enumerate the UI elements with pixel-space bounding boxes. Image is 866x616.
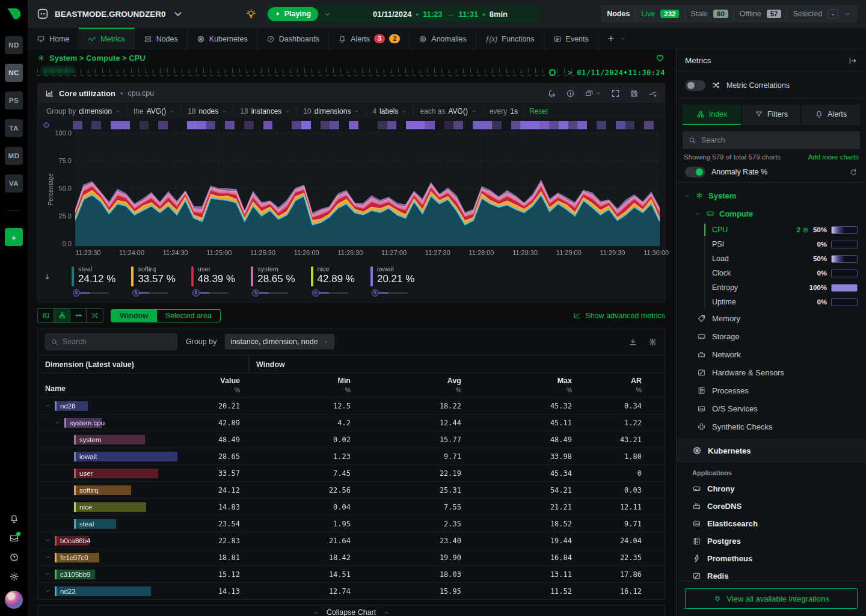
row-chevron-icon[interactable]	[45, 588, 51, 594]
app-coredns[interactable]: CoreDNS	[677, 497, 866, 515]
column-header-ar[interactable]: AR%	[580, 377, 650, 394]
sidebar-tab-index[interactable]: Index	[683, 105, 741, 125]
row-chevron-icon[interactable]	[55, 420, 61, 425]
tree-group-system[interactable]: System	[677, 186, 866, 205]
table-row[interactable]: user33.577.4522.1945.340	[38, 464, 665, 481]
tab-metrics[interactable]: Metrics	[79, 28, 134, 49]
save-icon[interactable]	[630, 89, 639, 98]
toolbar-chip-nodes[interactable]: 18nodes	[182, 106, 234, 116]
news-bulb-icon[interactable]	[245, 8, 257, 20]
refresh-icon[interactable]	[849, 168, 858, 176]
tree-category-o-s-services[interactable]: OSO/S Services	[677, 399, 866, 417]
tab-alerts[interactable]: Alerts32	[329, 28, 410, 49]
table-row[interactable]: system.cpu42.894.212.4445.111.22	[38, 414, 665, 431]
annotate-icon[interactable]	[648, 89, 657, 98]
inbox-icon[interactable]	[9, 533, 19, 543]
date-range-picker[interactable]: 01/11/2024•11:23→11:31•8min	[373, 10, 508, 19]
workspace-ps[interactable]: PS	[5, 91, 23, 109]
download-icon[interactable]	[628, 337, 637, 346]
nodes-status[interactable]: Nodes Live 232 Stale 60 Offline 57 Selec…	[601, 5, 858, 23]
app-postgres[interactable]: Postgres	[677, 532, 866, 550]
table-row[interactable]: c3105bb915.1214.5118.0313.1117.86	[38, 565, 665, 582]
tree-metric-uptime[interactable]: Uptime0%	[705, 295, 866, 309]
legend-anomaly-slider[interactable]: ⇅	[252, 289, 295, 297]
sidebar-tab-filters[interactable]: Filters	[742, 105, 800, 125]
toolbar-chip-dimensions[interactable]: 10dimensions	[297, 106, 366, 116]
tree-metric-cpu[interactable]: CPU250%	[705, 223, 866, 237]
tree-metric-entropy[interactable]: Entropy100%	[705, 280, 866, 295]
horizontal-arrows-button[interactable]	[70, 309, 87, 322]
table-row[interactable]: nd2314.1312.7415.9511.5216.12	[38, 582, 665, 599]
toolbar-chip-avg[interactable]: each asAVG()	[414, 106, 483, 116]
legend-anomaly-slider[interactable]: ⇅	[372, 289, 414, 297]
metric-correlations-toggle[interactable]	[685, 80, 705, 91]
toolbar-chip-avg[interactable]: theAVG()	[127, 106, 182, 116]
tree-kubernetes[interactable]: Kubernetes	[677, 439, 866, 462]
image-view-button[interactable]	[38, 309, 54, 322]
tree-category-storage[interactable]: Storage	[677, 327, 866, 345]
table-row[interactable]: nice14.830.047.5521.2112.11	[38, 498, 665, 515]
play-chevron-icon[interactable]	[324, 10, 331, 18]
tree-metric-clock[interactable]: Clock0%	[705, 266, 866, 280]
favorite-heart-icon[interactable]	[655, 53, 665, 63]
add-workspace-button[interactable]: +	[5, 228, 23, 246]
tree-metric-load[interactable]: Load50%	[705, 251, 866, 266]
selected-area-segment[interactable]: Selected area	[157, 310, 220, 322]
tab-nodes[interactable]: Nodes	[135, 28, 188, 49]
column-header-value[interactable]: Value%	[193, 377, 248, 394]
table-row[interactable]: iowait28.651.239.7133.981.80	[38, 448, 665, 464]
column-header-avg[interactable]: Avg%	[359, 377, 470, 394]
window-segment[interactable]: Window	[111, 310, 157, 322]
workspace-nc[interactable]: NC	[5, 64, 23, 82]
workspace-va[interactable]: VA	[5, 174, 23, 192]
group-by-select[interactable]: instance, dimension, node	[225, 334, 334, 350]
tree-metric-psi[interactable]: PSI0%	[705, 237, 866, 251]
breadcrumb[interactable]: System > Compute > CPU	[49, 54, 146, 63]
legend-anomaly-slider[interactable]: ⇅	[73, 289, 115, 297]
tab-dashboards[interactable]: Dashboards	[257, 28, 329, 49]
tab-kubernetes[interactable]: Kubernetes	[188, 28, 257, 49]
help-icon[interactable]	[9, 552, 19, 562]
legend-anomaly-slider[interactable]: ⇅	[132, 289, 175, 297]
workspace-nd[interactable]: ND	[5, 36, 23, 54]
row-chevron-icon[interactable]	[45, 555, 51, 560]
chart-kind-selector[interactable]	[585, 89, 601, 98]
sidebar-tab-alerts[interactable]: Alerts	[802, 105, 860, 125]
tree-group-compute[interactable]: Compute	[677, 205, 866, 223]
anomaly-rate-toggle[interactable]	[685, 167, 705, 177]
news-bell-icon[interactable]	[9, 514, 19, 524]
tab-anomalies[interactable]: Anomalies	[410, 28, 476, 49]
fullscreen-icon[interactable]	[611, 89, 620, 98]
app-elasticsearch[interactable]: OSElasticsearch	[677, 515, 866, 532]
legend-anomaly-slider[interactable]: ⇅	[312, 289, 355, 297]
legend-item-steal[interactable]: steal24.12 %⇅	[72, 265, 115, 297]
app-prometheus[interactable]: Prometheus	[677, 550, 866, 567]
tree-category-synthetic-checks[interactable]: Synthetic Checks	[677, 417, 866, 436]
column-header-max[interactable]: Max%	[470, 377, 580, 394]
add-more-charts-link[interactable]: Add more charts	[808, 153, 859, 161]
column-header-min[interactable]: Min%	[248, 377, 359, 394]
tabs-chevron-icon[interactable]	[620, 35, 626, 42]
space-selector[interactable]: BEASTMODE.GROUNDZER0	[36, 7, 185, 20]
legend-item-nice[interactable]: nice42.89 %⇅	[311, 265, 355, 297]
user-avatar[interactable]	[5, 591, 23, 609]
tab-functions[interactable]: ƒ(x)Functions	[476, 28, 544, 49]
tree-view-button[interactable]	[54, 309, 70, 322]
table-search-input[interactable]	[63, 337, 172, 346]
sort-arrow-icon[interactable]	[43, 273, 56, 282]
app-chrony[interactable]: Chrony	[677, 480, 866, 497]
row-chevron-icon[interactable]	[45, 403, 51, 408]
alert-settings-icon[interactable]	[547, 89, 556, 98]
table-settings-icon[interactable]	[648, 337, 657, 346]
legend-anomaly-slider[interactable]: ⇅	[192, 289, 235, 297]
view-integrations-button[interactable]: View all available integrations	[685, 588, 858, 609]
show-advanced-metrics-link[interactable]: Show advanced metrics	[573, 312, 665, 320]
table-row[interactable]: b0ca86b422.8321.6423.4019.4424.04	[38, 532, 665, 549]
workspace-md[interactable]: MD	[5, 147, 23, 165]
table-row[interactable]: fe1c07c018.8118.4219.9016.8422.35	[38, 549, 665, 565]
table-row[interactable]: softirq24.1222.5625.3154.210.03	[38, 481, 665, 498]
add-tab-icon[interactable]	[607, 34, 615, 43]
tree-category-processes[interactable]: Processes	[677, 381, 866, 399]
toolbar-chip-labels[interactable]: 4labels	[366, 106, 414, 116]
table-row[interactable]: nd2820.2112.518.2245.320.34	[38, 397, 665, 414]
